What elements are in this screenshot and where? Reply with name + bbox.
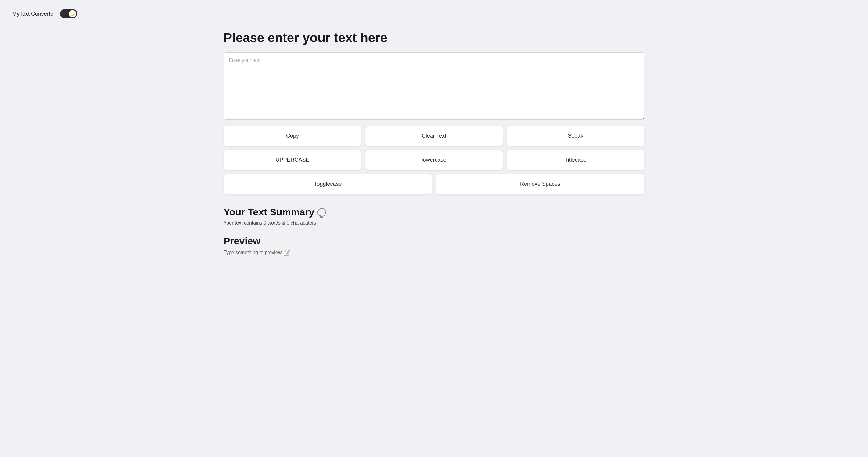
preview-section: Preview Type something to preview 📝 xyxy=(223,236,645,256)
preview-text: Type something to preview 📝 xyxy=(223,249,645,256)
text-input[interactable] xyxy=(223,53,645,120)
main-content: Please enter your text here Copy Clear T… xyxy=(223,24,645,262)
uppercase-button[interactable]: UPPERCASE xyxy=(223,150,362,170)
clear-text-button[interactable]: Clear Text xyxy=(365,126,503,146)
titlecase-button[interactable]: Titlecase xyxy=(506,150,645,170)
page-heading: Please enter your text here xyxy=(223,31,645,45)
remove-spaces-button[interactable]: Remove Spaces xyxy=(436,174,645,194)
app-title: MyText Converter xyxy=(12,11,55,17)
summary-heading: Your Text Summary xyxy=(223,207,645,218)
lowercase-button[interactable]: lowercase xyxy=(365,150,503,170)
summary-section: Your Text Summary Your text contains 0 w… xyxy=(223,207,645,226)
pencil-emoji: 📝 xyxy=(283,249,290,256)
button-row-1: Copy Clear Text Speak xyxy=(223,126,645,146)
summary-heading-text: Your Text Summary xyxy=(223,207,314,218)
toggle-thumb: 🌙 xyxy=(69,10,76,18)
preview-placeholder-text: Type something to preview xyxy=(223,250,281,255)
chat-icon xyxy=(317,208,326,217)
preview-heading: Preview xyxy=(223,236,645,247)
dark-mode-toggle[interactable]: 🌙 xyxy=(60,9,77,18)
summary-text: Your text contains 0 words & 0 characate… xyxy=(223,220,645,226)
toggle-track: 🌙 xyxy=(60,9,77,18)
togglecase-button[interactable]: Togglecase xyxy=(223,174,432,194)
speak-button[interactable]: Speak xyxy=(506,126,645,146)
button-row-3: Togglecase Remove Spaces xyxy=(223,174,645,194)
navbar: MyText Converter 🌙 xyxy=(12,6,856,24)
button-row-2: UPPERCASE lowercase Titlecase xyxy=(223,150,645,170)
copy-button[interactable]: Copy xyxy=(223,126,362,146)
